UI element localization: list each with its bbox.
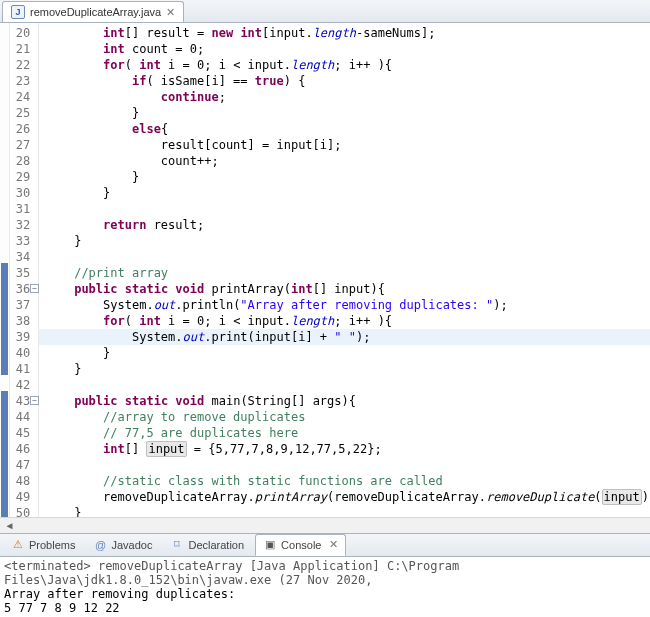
line-number: 29	[10, 169, 38, 185]
line-number: 35	[10, 265, 38, 281]
line-number: 47	[10, 457, 38, 473]
line-number: 31	[10, 201, 38, 217]
line-number: 23	[10, 73, 38, 89]
javadoc-icon: @	[93, 538, 107, 552]
line-number: 34	[10, 249, 38, 265]
close-icon[interactable]: ✕	[329, 538, 338, 551]
tab-console[interactable]: ▣ Console ✕	[255, 534, 346, 556]
tab-label: Console	[281, 539, 321, 551]
console-output-line: 5 77 7 8 9 12 22	[4, 601, 646, 615]
change-marker	[1, 263, 8, 375]
code-line[interactable]	[39, 457, 650, 473]
change-marker	[1, 391, 8, 517]
line-number: 36−	[10, 281, 38, 297]
code-line[interactable]: }	[39, 361, 650, 377]
tab-filename: removeDuplicateArray.java	[30, 6, 161, 18]
console-output-line: Array after removing duplicates:	[4, 587, 646, 601]
editor-tab-bar: J removeDuplicateArray.java ✕	[0, 0, 650, 23]
line-number: 49	[10, 489, 38, 505]
code-line[interactable]: return result;	[39, 217, 650, 233]
console-meta: <terminated> removeDuplicateArray [Java …	[4, 559, 646, 587]
console-panel: <terminated> removeDuplicateArray [Java …	[0, 557, 650, 617]
code-line[interactable]: }	[39, 505, 650, 517]
tab-label: Declaration	[188, 539, 244, 551]
tab-label: Javadoc	[111, 539, 152, 551]
close-icon[interactable]: ✕	[166, 6, 175, 19]
code-line[interactable]: public static void main(String[] args){	[39, 393, 650, 409]
scroll-left-icon[interactable]: ◄	[2, 519, 17, 532]
line-number: 43−	[10, 393, 38, 409]
line-number: 24	[10, 89, 38, 105]
code-line[interactable]: //print array	[39, 265, 650, 281]
code-line[interactable]: System.out.print(input[i] + " ");	[39, 329, 650, 345]
editor-area: 2021222324252627282930313233343536−37383…	[0, 23, 650, 517]
line-number: 50	[10, 505, 38, 517]
code-line[interactable]: }	[39, 105, 650, 121]
tab-declaration[interactable]: ⌑ Declaration	[163, 535, 251, 555]
code-line[interactable]: //static class with static functions are…	[39, 473, 650, 489]
code-line[interactable]: }	[39, 233, 650, 249]
line-number: 33	[10, 233, 38, 249]
line-number: 21	[10, 41, 38, 57]
code-line[interactable]	[39, 377, 650, 393]
line-number: 42	[10, 377, 38, 393]
line-number: 26	[10, 121, 38, 137]
code-line[interactable]: int[] input = {5,77,7,8,9,12,77,5,22};	[39, 441, 650, 457]
tab-javadoc[interactable]: @ Javadoc	[86, 535, 159, 555]
line-number: 20	[10, 25, 38, 41]
problems-icon: ⚠	[11, 538, 25, 552]
code-line[interactable]: }	[39, 345, 650, 361]
console-icon: ▣	[263, 538, 277, 552]
code-line[interactable]: if( isSame[i] == true) {	[39, 73, 650, 89]
line-number: 30	[10, 185, 38, 201]
line-number: 48	[10, 473, 38, 489]
code-line[interactable]: // 77,5 are duplicates here	[39, 425, 650, 441]
code-line[interactable]: count++;	[39, 153, 650, 169]
code-line[interactable]: //array to remove duplicates	[39, 409, 650, 425]
line-number: 22	[10, 57, 38, 73]
horizontal-scrollbar[interactable]: ◄	[0, 517, 650, 533]
code-line[interactable]	[39, 201, 650, 217]
line-number: 27	[10, 137, 38, 153]
marker-bar	[0, 23, 10, 517]
tab-problems[interactable]: ⚠ Problems	[4, 535, 82, 555]
editor-tab[interactable]: J removeDuplicateArray.java ✕	[2, 1, 184, 22]
code-line[interactable]: for( int i = 0; i < input.length; i++ ){	[39, 57, 650, 73]
line-gutter: 2021222324252627282930313233343536−37383…	[10, 23, 39, 517]
views-tab-bar: ⚠ Problems @ Javadoc ⌑ Declaration ▣ Con…	[0, 533, 650, 557]
code-line[interactable]: continue;	[39, 89, 650, 105]
declaration-icon: ⌑	[170, 538, 184, 552]
line-number: 25	[10, 105, 38, 121]
line-number: 39	[10, 329, 38, 345]
line-number: 40	[10, 345, 38, 361]
line-number: 44	[10, 409, 38, 425]
code-line[interactable]: removeDuplicateArray.printArray(removeDu…	[39, 489, 650, 505]
fold-toggle[interactable]: −	[30, 396, 39, 405]
code-area[interactable]: int[] result = new int[input.length-same…	[39, 23, 650, 517]
code-line[interactable]: }	[39, 185, 650, 201]
line-number: 28	[10, 153, 38, 169]
line-number: 32	[10, 217, 38, 233]
line-number: 38	[10, 313, 38, 329]
code-line[interactable]: for( int i = 0; i < input.length; i++ ){	[39, 313, 650, 329]
code-line[interactable]: public static void printArray(int[] inpu…	[39, 281, 650, 297]
line-number: 45	[10, 425, 38, 441]
line-number: 37	[10, 297, 38, 313]
fold-toggle[interactable]: −	[30, 284, 39, 293]
code-line[interactable]	[39, 249, 650, 265]
line-number: 46	[10, 441, 38, 457]
code-line[interactable]: System.out.println("Array after removing…	[39, 297, 650, 313]
tab-label: Problems	[29, 539, 75, 551]
code-line[interactable]: int[] result = new int[input.length-same…	[39, 25, 650, 41]
code-line[interactable]: else{	[39, 121, 650, 137]
code-line[interactable]: result[count] = input[i];	[39, 137, 650, 153]
java-file-icon: J	[11, 5, 25, 19]
line-number: 41	[10, 361, 38, 377]
code-line[interactable]: int count = 0;	[39, 41, 650, 57]
code-line[interactable]: }	[39, 169, 650, 185]
